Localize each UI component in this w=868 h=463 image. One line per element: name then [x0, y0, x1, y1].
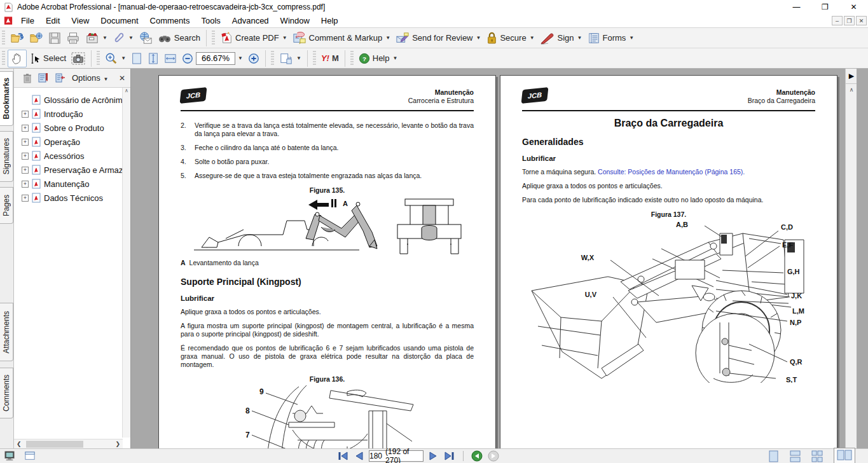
new-bookmark-icon[interactable]: [55, 73, 65, 83]
tab-bookmarks[interactable]: Bookmarks: [0, 71, 13, 126]
menu-view[interactable]: View: [65, 14, 95, 27]
toolbar-grip[interactable]: [212, 31, 215, 46]
menu-edit[interactable]: Edit: [40, 14, 65, 27]
page-number-field[interactable]: 180 (192 of 270): [369, 450, 424, 462]
single-page-layout-icon[interactable]: [768, 450, 779, 462]
previous-page-icon[interactable]: [354, 451, 364, 461]
last-page-icon[interactable]: [444, 451, 455, 461]
continuous-facing-layout-icon[interactable]: [811, 450, 823, 462]
fit-height-button[interactable]: [145, 50, 162, 67]
panel-vertical-scrollbar[interactable]: ∧: [122, 88, 130, 438]
tab-attachments[interactable]: Attachments: [0, 303, 13, 361]
yim-button[interactable]: Y!M: [319, 52, 341, 65]
options-menu[interactable]: Options ▼: [72, 73, 108, 83]
tab-pages[interactable]: Pages: [0, 187, 13, 224]
bookmark-item[interactable]: + Operação: [22, 135, 130, 149]
scrollbar-thumb[interactable]: [26, 441, 83, 448]
bookmark-item[interactable]: + Introdução: [22, 107, 130, 121]
expand-plus-icon[interactable]: +: [22, 195, 29, 202]
hand-tool-button[interactable]: [8, 50, 27, 67]
toolbar-grip[interactable]: [2, 31, 5, 46]
expand-plus-icon[interactable]: +: [22, 181, 29, 188]
open-button[interactable]: [8, 30, 27, 46]
menu-comments[interactable]: Comments: [144, 14, 196, 27]
select-tool-button[interactable]: Select: [27, 51, 69, 66]
bookmark-item[interactable]: + Dados Técnicos: [22, 191, 130, 205]
previous-view-icon[interactable]: [471, 450, 483, 462]
maintenance-positions-link[interactable]: Consulte: Posições de Manutenção (Página…: [598, 168, 745, 176]
fit-page-button[interactable]: [128, 50, 145, 67]
zoom-in-button[interactable]: [245, 51, 262, 66]
document-vertical-scrollbar[interactable]: ▶ ∧: [845, 69, 857, 448]
toolbar-grip[interactable]: [350, 51, 354, 66]
bookmark-item[interactable]: + Manutenção: [22, 177, 130, 191]
secure-button[interactable]: Secure ▼: [483, 30, 537, 46]
navigation-tab-strip: Bookmarks Signatures Pages Attachments C…: [0, 69, 14, 448]
close-button[interactable]: ✕: [839, 0, 868, 14]
mdi-restore-button[interactable]: ❐: [844, 16, 855, 25]
menu-help[interactable]: Help: [315, 14, 344, 27]
panel-close-icon[interactable]: ✕: [119, 74, 125, 83]
expand-plus-icon[interactable]: +: [22, 167, 29, 174]
menu-tools[interactable]: Tools: [195, 14, 226, 27]
toolbar-grip[interactable]: [271, 51, 274, 66]
comment-markup-button[interactable]: Comment & Markup ▼: [290, 30, 394, 46]
mdi-minimize-button[interactable]: –: [832, 16, 843, 25]
help-button[interactable]: ? Help ▼: [356, 51, 401, 66]
zoom-dropdown-arrow-icon[interactable]: ▼: [238, 55, 243, 61]
page-display-button[interactable]: ▼: [277, 50, 304, 67]
email-button[interactable]: [136, 30, 155, 46]
open-web-button[interactable]: [27, 30, 46, 46]
trash-icon[interactable]: [23, 73, 32, 83]
facing-layout-button[interactable]: [834, 448, 855, 463]
menu-advanced[interactable]: Advanced: [226, 14, 275, 27]
forms-button[interactable]: Forms ▼: [585, 30, 637, 46]
fit-width-button[interactable]: [162, 51, 179, 66]
attach-button[interactable]: ▼: [110, 30, 136, 46]
toolbar-grip[interactable]: [313, 51, 316, 66]
toolbar-grip[interactable]: [2, 51, 5, 66]
first-page-icon[interactable]: [337, 451, 348, 461]
zoom-level-field[interactable]: 66.67%: [196, 52, 235, 65]
tab-comments[interactable]: Comments: [0, 368, 13, 418]
create-pdf-button[interactable]: Create PDF ▼: [217, 30, 290, 46]
organizer-button[interactable]: ▼: [83, 30, 110, 46]
panel-horizontal-scrollbar[interactable]: ❮ ❯: [14, 439, 123, 448]
scroll-left-icon[interactable]: ❮: [14, 441, 24, 447]
menu-file[interactable]: File: [15, 14, 40, 27]
bookmark-item[interactable]: + Preservação e Armaz: [22, 163, 130, 177]
tab-signatures[interactable]: Signatures: [0, 131, 13, 182]
next-page-icon[interactable]: [429, 451, 439, 461]
panel-expand-arrow-icon[interactable]: ▶: [846, 69, 857, 84]
expand-plus-icon[interactable]: +: [22, 139, 29, 146]
bookmark-item[interactable]: + Acessórios: [22, 149, 130, 163]
bookmarks-list: Glossário de Acrônim + Introdução + Sobr…: [14, 88, 130, 205]
bookmark-item[interactable]: + Sobre o Produto: [22, 121, 130, 135]
toolbar-grip[interactable]: [97, 51, 100, 66]
sign-button[interactable]: Sign ▼: [537, 30, 585, 46]
save-button[interactable]: [46, 30, 64, 46]
send-for-review-button[interactable]: Send for Review ▼: [393, 30, 483, 46]
expand-plus-icon[interactable]: +: [22, 153, 29, 160]
expand-plus-icon[interactable]: +: [22, 125, 29, 132]
expand-plus-icon[interactable]: +: [22, 111, 29, 118]
snapshot-button[interactable]: [69, 50, 88, 67]
menu-window[interactable]: Window: [275, 14, 315, 27]
scroll-right-icon[interactable]: ❯: [113, 441, 123, 447]
document-area[interactable]: JCB Manutenção Carroceria e Estrutura 2.…: [132, 69, 857, 448]
next-view-icon[interactable]: [488, 450, 499, 462]
zoom-tool-button[interactable]: ▼: [102, 50, 128, 67]
zoom-out-button[interactable]: [179, 51, 196, 66]
reading-mode-icon[interactable]: [4, 451, 15, 461]
continuous-layout-icon[interactable]: [789, 450, 801, 462]
scroll-up-icon[interactable]: ∧: [846, 84, 857, 95]
search-button[interactable]: Search: [155, 31, 203, 46]
print-button[interactable]: [64, 30, 83, 46]
bookmark-item[interactable]: Glossário de Acrônim: [22, 93, 130, 107]
minimize-button[interactable]: —: [782, 0, 811, 14]
expand-bookmark-icon[interactable]: [38, 73, 49, 83]
window-layout-icon[interactable]: [24, 451, 36, 461]
menu-document[interactable]: Document: [95, 14, 144, 27]
mdi-close-button[interactable]: ✕: [856, 16, 867, 25]
restore-button[interactable]: ❐: [811, 0, 839, 14]
